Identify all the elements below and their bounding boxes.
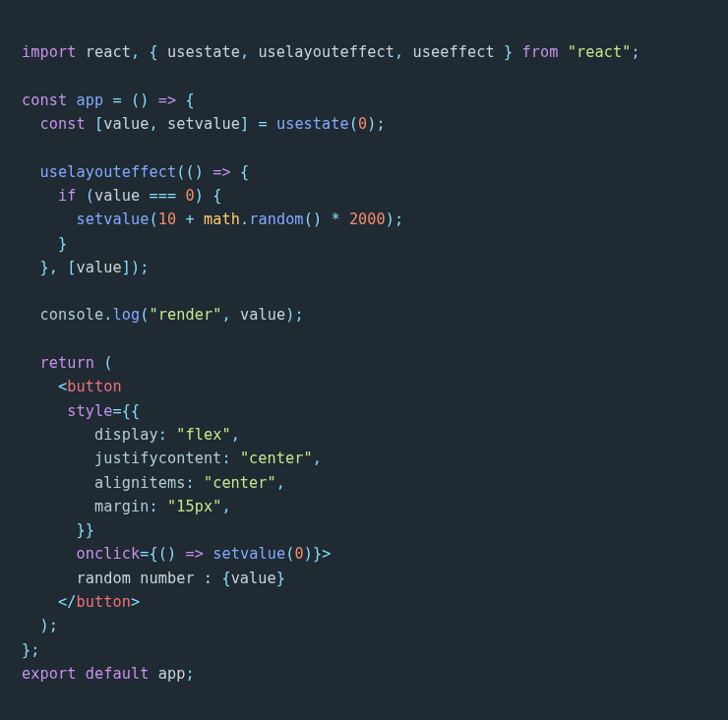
code-line[interactable]: justifycontent: "center", — [22, 450, 322, 467]
code-line[interactable]: const [value, setvalue] = usestate(0); — [22, 115, 386, 133]
code-token: from — [521, 43, 558, 61]
code-token: app — [76, 91, 103, 109]
code-token: value — [231, 570, 276, 587]
code-line[interactable]: uselayouteffect(() => { — [22, 163, 249, 181]
code-token: if — [58, 187, 77, 205]
code-token: import — [22, 43, 76, 61]
code-token: ; — [394, 210, 403, 228]
code-token — [94, 354, 103, 372]
code-line[interactable]: }; — [22, 641, 40, 659]
code-line[interactable]: onclick={() => setvalue(0)}> — [22, 545, 331, 563]
code-token: { — [212, 187, 221, 205]
code-token: ] — [240, 115, 249, 133]
code-token — [22, 259, 40, 276]
code-token: } — [40, 259, 49, 276]
code-token: } — [495, 43, 522, 61]
code-token: ; — [140, 259, 149, 276]
code-token: "flex" — [176, 426, 230, 444]
code-token: = — [258, 115, 267, 133]
code-token: { — [185, 91, 194, 109]
code-token: random — [249, 210, 303, 228]
code-token: ( — [285, 545, 294, 563]
code-token — [22, 617, 40, 634]
code-token: default — [86, 665, 150, 683]
code-token: usestate — [167, 43, 240, 61]
code-token — [340, 210, 349, 228]
code-token: => — [158, 91, 177, 109]
code-token: uselayouteffect — [258, 43, 394, 61]
code-token: , — [240, 43, 259, 61]
code-token: ( — [103, 354, 112, 372]
code-token: setvalue — [76, 210, 149, 228]
code-line[interactable]: display: "flex", — [22, 426, 240, 444]
code-token — [22, 306, 40, 324]
code-token — [22, 354, 40, 372]
code-editor[interactable]: import react, { usestate, uselayouteffec… — [0, 15, 728, 720]
code-token — [22, 426, 94, 444]
code-line[interactable]: random number : {value} — [22, 570, 285, 587]
code-line[interactable]: <button — [22, 378, 122, 395]
code-token — [76, 187, 85, 205]
code-token: display — [94, 426, 158, 444]
code-line[interactable]: } — [22, 235, 67, 253]
code-token: ( — [86, 187, 94, 205]
code-token — [22, 593, 58, 611]
code-token: ) — [195, 163, 204, 181]
code-token: "render" — [149, 306, 221, 324]
code-token: { — [122, 402, 131, 420]
code-block[interactable]: import react, { usestate, uselayouteffec… — [22, 43, 640, 683]
code-line[interactable]: if (value === 0) { — [22, 187, 221, 205]
code-token: ] — [122, 259, 131, 276]
code-token: > — [322, 545, 331, 563]
code-token: > — [131, 593, 140, 611]
code-token: = — [112, 91, 121, 109]
code-token: app — [149, 665, 185, 683]
code-token: , — [149, 115, 167, 133]
code-token — [249, 115, 258, 133]
code-line[interactable]: ); — [22, 617, 58, 634]
code-token: { — [131, 402, 140, 420]
code-line[interactable]: style={{ — [22, 402, 140, 420]
code-token: useeffect — [413, 43, 495, 61]
code-token: } — [276, 570, 285, 587]
code-token: "15px" — [167, 498, 221, 515]
code-line[interactable]: margin: "15px", — [22, 498, 231, 515]
code-token — [204, 545, 212, 563]
code-token: + — [185, 210, 194, 228]
code-line[interactable]: export default app; — [22, 665, 195, 683]
code-line[interactable]: setvalue(10 + math.random() * 2000); — [22, 210, 403, 228]
code-token: ) — [367, 115, 376, 133]
code-token: button — [76, 593, 130, 611]
code-token — [122, 91, 131, 109]
code-token: ; — [294, 306, 303, 324]
code-token: ; — [185, 665, 194, 683]
code-token: , — [231, 426, 240, 444]
code-token: "center" — [204, 474, 276, 492]
code-line[interactable]: const app = () => { — [22, 91, 195, 109]
code-token: "center" — [240, 450, 313, 467]
code-token: = — [112, 402, 121, 420]
code-token — [22, 474, 94, 492]
code-token: } — [22, 641, 30, 659]
code-token: , — [221, 306, 240, 324]
code-token: value — [103, 115, 149, 133]
code-token: onclick — [76, 545, 140, 563]
code-token: ; — [631, 43, 639, 61]
code-token: button — [67, 378, 121, 395]
code-line[interactable]: import react, { usestate, uselayouteffec… — [22, 43, 640, 61]
code-line[interactable]: return ( — [22, 354, 112, 372]
code-token: ) — [313, 210, 322, 228]
code-token: ) — [131, 259, 140, 276]
code-line[interactable]: </button> — [22, 593, 140, 611]
code-line[interactable]: alignitems: "center", — [22, 474, 285, 492]
code-line[interactable]: console.log("render", value); — [22, 306, 304, 324]
code-token: 0 — [358, 115, 367, 133]
code-line[interactable]: }} — [22, 521, 94, 539]
code-token — [86, 115, 94, 133]
code-token: } — [86, 521, 94, 539]
code-token: ( — [158, 545, 167, 563]
code-token: } — [313, 545, 322, 563]
code-token: } — [76, 521, 85, 539]
code-line[interactable]: }, [value]); — [22, 259, 149, 276]
code-token: . — [240, 210, 249, 228]
